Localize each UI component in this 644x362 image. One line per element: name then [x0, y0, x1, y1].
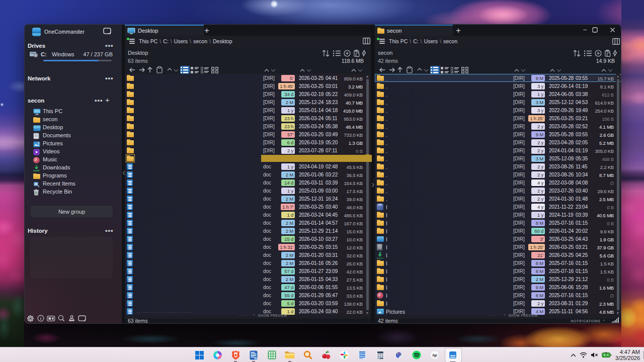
- svg-text:hp: hp: [432, 353, 437, 357]
